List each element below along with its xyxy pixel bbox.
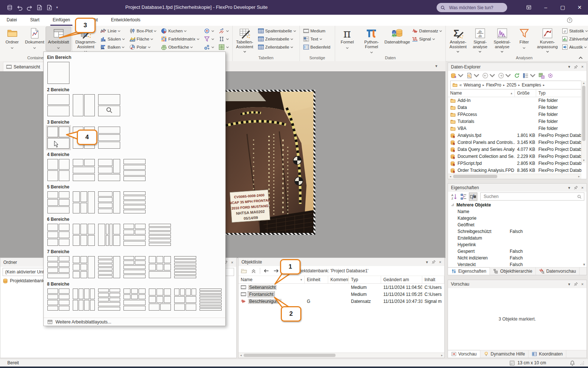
layout-thumb-6-bereiche-3[interactable] bbox=[98, 223, 121, 246]
python-formel-button[interactable]: Python-Formel bbox=[358, 27, 385, 55]
collapse-ribbon-icon[interactable] bbox=[578, 56, 583, 59]
kurven-anpassung-button[interactable]: Kurven- anpassung bbox=[535, 27, 559, 54]
layout-thumb-8-bereiche-7[interactable] bbox=[199, 288, 222, 311]
new-database-button[interactable] bbox=[451, 72, 464, 79]
refresh-button[interactable] bbox=[514, 72, 520, 79]
explorer-vscrollbar[interactable]: ▴ ▾ bbox=[581, 81, 586, 163]
table-row-beschleunigung[interactable]: BeschleunigungGDatensatz11/11/2024 10:47… bbox=[239, 298, 444, 305]
sort-chevron-icon[interactable]: ▾ bbox=[300, 278, 302, 282]
ribbon-display-options-button[interactable] bbox=[520, 0, 537, 15]
map-button[interactable] bbox=[217, 43, 230, 51]
properties-search-input[interactable] bbox=[483, 194, 577, 199]
nav-forward-button[interactable] bbox=[498, 72, 511, 79]
open-folder-icon[interactable] bbox=[241, 268, 247, 274]
property-row-versteckt[interactable]: VerstecktFalsch bbox=[448, 261, 587, 267]
box-plot-button[interactable]: Box-Plot bbox=[128, 27, 158, 35]
tab-eigenschaften[interactable]: Eigenschaften bbox=[448, 267, 490, 275]
close-icon[interactable]: × bbox=[581, 65, 584, 69]
fläche-button[interactable]: Fläche bbox=[128, 35, 158, 43]
file-row-vba[interactable]: VBAFile folder bbox=[448, 125, 581, 132]
tab-list-chevron[interactable]: ▾ bbox=[435, 64, 437, 68]
explorer-hscrollbar[interactable]: ◂ ▸ bbox=[448, 174, 581, 179]
customize-qat-chevron[interactable]: ▾ bbox=[56, 6, 58, 9]
tab-objekthierarchie[interactable]: Objekthierarchie bbox=[490, 268, 536, 275]
notifications-bell-icon[interactable] bbox=[570, 360, 575, 366]
property-row-erstelldatum[interactable]: Erstelldatum bbox=[448, 235, 587, 241]
panel-menu-chevron[interactable]: ▾ bbox=[568, 282, 570, 286]
layout-thumb-4-bereiche-2[interactable] bbox=[72, 159, 95, 181]
layout-thumb-2-bereiche-2[interactable] bbox=[72, 94, 95, 117]
tab-datei[interactable]: Datei bbox=[4, 15, 19, 26]
layout-thumb-4-bereiche-1[interactable] bbox=[47, 159, 70, 181]
medium-button[interactable]: Medium bbox=[302, 27, 333, 35]
property-row-name[interactable]: Name bbox=[448, 208, 587, 215]
nav-back-button[interactable] bbox=[482, 72, 495, 79]
column-header-typ[interactable]: Typ bbox=[349, 276, 381, 283]
layout-thumb-7-bereiche-6[interactable] bbox=[174, 256, 197, 279]
spaltentabelle-button[interactable]: Spaltentabelle bbox=[257, 27, 298, 35]
arrows-button[interactable] bbox=[217, 27, 230, 35]
tab-vorschau[interactable]: Vorschau bbox=[448, 350, 480, 358]
breadcrumb[interactable]: « Weisang▸FlexPro▸2025▸Examples▸ bbox=[450, 81, 584, 89]
copy-page-icon[interactable] bbox=[36, 4, 43, 11]
close-icon[interactable]: × bbox=[231, 261, 233, 265]
index-options-button[interactable] bbox=[538, 72, 545, 79]
layout-thumb-5-bereiche-1[interactable] bbox=[47, 191, 70, 214]
property-row-geöffnet[interactable]: Geöffnet bbox=[448, 222, 587, 228]
panel-menu-chevron[interactable]: ▾ bbox=[426, 260, 428, 264]
undo-icon[interactable] bbox=[17, 4, 23, 11]
layout-thumb-8-bereiche-5[interactable] bbox=[148, 288, 171, 311]
ordner-button[interactable]: Ordner bbox=[1, 27, 23, 51]
filter-button[interactable]: Filter bbox=[513, 27, 535, 51]
expression-toggle-icon[interactable] bbox=[469, 193, 477, 201]
spektral-analyse-button[interactable]: Spektral- analyse bbox=[491, 27, 513, 54]
panel-menu-chevron[interactable]: ▾ bbox=[568, 65, 570, 69]
breadcrumb-item-2025[interactable]: 2025 bbox=[507, 82, 517, 88]
bubble-button[interactable] bbox=[202, 43, 216, 51]
property-row-gesperrt[interactable]: GesperrtFalsch bbox=[448, 248, 587, 255]
layout-thumb-7-bereiche-3[interactable] bbox=[98, 256, 121, 279]
file-row-data[interactable]: DataFile folder bbox=[448, 104, 581, 111]
layout-thumb-5-bereiche-2[interactable] bbox=[72, 191, 95, 214]
file-row-analysis-fpd[interactable]: Analysis.fpd1.801 KBFlexPro Project Data… bbox=[448, 132, 581, 139]
search-input[interactable] bbox=[448, 5, 501, 11]
resize-grip[interactable] bbox=[580, 361, 584, 365]
layout-thumb-8-bereiche-2[interactable] bbox=[72, 288, 95, 311]
help-icon[interactable]: ? bbox=[567, 17, 573, 23]
oberfläche-button[interactable]: Oberfläche bbox=[159, 43, 201, 51]
more-worksheet-layouts-item[interactable]: Weitere Arbeitsblattlayouts... bbox=[44, 318, 225, 326]
breadcrumb-item-examples[interactable]: Examples bbox=[522, 82, 541, 88]
säulen-button[interactable]: Säulen bbox=[99, 35, 126, 43]
zellentabelle-button[interactable]: Zellentabelle bbox=[257, 43, 298, 51]
layout-thumb-5-bereiche-4[interactable] bbox=[123, 191, 146, 214]
tab-seitenansicht[interactable]: Seitenansicht bbox=[3, 62, 47, 71]
settings-button[interactable] bbox=[547, 72, 553, 79]
close-button[interactable]: ✕ bbox=[571, 0, 588, 15]
layout-thumb-2-bereiche-1[interactable] bbox=[47, 94, 70, 117]
close-icon[interactable]: × bbox=[439, 260, 441, 264]
pin-icon[interactable] bbox=[431, 260, 436, 264]
file-row-fpscript-fpd[interactable]: FPScript.fpd2.805 KBFlexPro Project Data… bbox=[448, 160, 581, 167]
zeilentabelle-button[interactable]: Zeilentabelle bbox=[257, 35, 298, 43]
breadcrumb-item-flexpro[interactable]: FlexPro bbox=[486, 82, 501, 88]
pin-icon[interactable] bbox=[574, 65, 578, 69]
column-header-einheit[interactable]: Einheit bbox=[305, 276, 328, 283]
column-header-name[interactable]: Name▾ bbox=[239, 276, 305, 283]
tab-koordinaten[interactable]: Koordinaten bbox=[528, 350, 566, 358]
file-row-add-in[interactable]: Add-InFile folder bbox=[448, 97, 581, 104]
layout-thumb-7-bereiche-4[interactable] bbox=[123, 256, 146, 279]
layout-thumb-4-bereiche-4[interactable] bbox=[123, 159, 146, 181]
layout-thumb-ein-bereich-1[interactable] bbox=[47, 61, 70, 84]
back-icon[interactable] bbox=[263, 268, 270, 274]
pin-icon[interactable] bbox=[574, 282, 578, 286]
tabellen-assistent-button[interactable]: Tabellen- Assistent bbox=[234, 27, 256, 54]
close-icon[interactable]: × bbox=[581, 282, 584, 286]
file-row-tutorials[interactable]: TutorialsFile folder bbox=[448, 118, 581, 125]
signal-analyse-button[interactable]: dydxSignal- analyse bbox=[469, 27, 491, 54]
ibeam-button[interactable] bbox=[217, 35, 230, 43]
file-row-fpaccess[interactable]: FPAccessFile folder bbox=[448, 111, 581, 118]
breadcrumb-collapse[interactable]: « bbox=[459, 82, 462, 88]
column-header-kommentar[interactable]: Kommentar bbox=[328, 276, 349, 283]
zählverfahren-button[interactable]: Zählverfahren bbox=[560, 35, 588, 43]
column-header-größe[interactable]: Größe bbox=[515, 89, 536, 97]
